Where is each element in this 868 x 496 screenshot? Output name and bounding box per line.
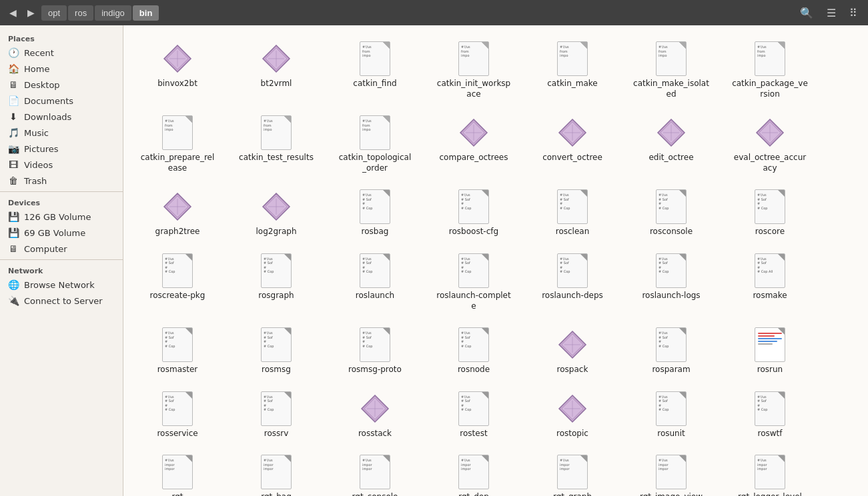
file-item[interactable]: #!/us # Sof # # Cop rossrv: [233, 386, 320, 445]
breadcrumb-opt[interactable]: opt: [41, 5, 67, 21]
file-item[interactable]: #!/us # Sof # # Cop roslaunch-complete: [430, 248, 517, 317]
file-item[interactable]: #!/us # Sof # # Cop rosnode: [430, 322, 517, 381]
file-item[interactable]: #!/us # Sof # # Cop roslaunch-deps: [529, 248, 616, 317]
sidebar-item-recent[interactable]: 🕐 Recent: [0, 45, 123, 61]
sidebar-divider-1: [0, 191, 123, 192]
sidebar-item-trash[interactable]: 🗑 Trash: [0, 173, 123, 189]
file-item[interactable]: #!/us from impo catkin_package_version: [727, 36, 813, 105]
file-item[interactable]: graph2tree: [134, 184, 221, 243]
file-item[interactable]: #!/us from impo catkin_topological_order: [332, 110, 418, 179]
file-item[interactable]: #!/us impor impor rqt: [134, 449, 221, 496]
menu-button[interactable]: ☰: [821, 4, 841, 22]
file-icon-container: #!/us # Sof # # Cop: [555, 253, 590, 288]
file-item[interactable]: binvox2bt: [134, 36, 221, 105]
file-name: edit_octree: [648, 153, 693, 163]
file-item[interactable]: #!/us # Sof # # Cop rosmsg: [233, 322, 320, 381]
file-item[interactable]: #!/us impor impor rqt_image_view: [628, 449, 715, 496]
sidebar-item-69gb[interactable]: 💾 69 GB Volume: [0, 225, 123, 241]
search-button[interactable]: 🔍: [795, 4, 819, 22]
script-file-icon: #!/us impor impor: [261, 455, 292, 489]
sidebar-item-pictures[interactable]: 📷 Pictures: [0, 141, 123, 157]
file-item[interactable]: #!/us # Sof # # Cop roswtf: [727, 386, 813, 445]
breadcrumb-bin[interactable]: bin: [133, 5, 159, 21]
file-item[interactable]: log2graph: [233, 184, 320, 243]
pictures-icon: 📷: [8, 143, 19, 154]
file-item[interactable]: #!/us # Sof # # Cop rosparam: [628, 322, 715, 381]
file-grid: binvox2bt bt2vrml #!/us from impo: [134, 36, 857, 496]
file-item[interactable]: convert_octree: [529, 110, 616, 179]
script-file-icon: #!/us # Sof # # Cop: [755, 391, 785, 426]
file-item[interactable]: #!/us # Sof # # Cop rosboost-cfg: [430, 184, 517, 243]
script-file-icon: #!/us impor impor: [162, 455, 193, 489]
file-item[interactable]: bt2vrml: [233, 36, 320, 105]
file-item[interactable]: #!/us impor impor rqt_console: [332, 449, 418, 496]
file-name: rosmake: [753, 291, 787, 301]
sidebar-item-connect-server[interactable]: 🔌 Connect to Server: [0, 293, 123, 309]
breadcrumb-ros[interactable]: ros: [68, 5, 93, 21]
diamond-file-icon: [163, 192, 192, 221]
file-item[interactable]: #!/us from impo catkin_init_workspace: [430, 36, 517, 105]
file-item[interactable]: compare_octrees: [430, 110, 517, 179]
sidebar-item-computer[interactable]: 🖥 Computer: [0, 241, 123, 257]
sidebar-item-desktop[interactable]: 🖥 Desktop: [0, 77, 123, 93]
script-file-icon: #!/us # Sof # # Cop: [458, 327, 489, 362]
forward-button[interactable]: ▶: [23, 5, 39, 21]
file-item[interactable]: #!/us # Sof # # Cop rosbag: [332, 184, 418, 243]
file-icon-container: [654, 115, 689, 150]
file-item[interactable]: #!/us # Sof # # Cop roslaunch: [332, 248, 418, 317]
file-item[interactable]: #!/us # Sof # # Cop roscreate-pkg: [134, 248, 221, 317]
diamond-file-icon: [558, 118, 587, 147]
diamond-file-icon: [558, 330, 587, 359]
file-item[interactable]: #!/us impor impor rqt_bag: [233, 449, 320, 496]
file-item[interactable]: #!/us # Sof # # Cop rostest: [430, 386, 517, 445]
file-icon-container: #!/us from impo: [753, 41, 787, 76]
file-icon-container: [555, 327, 590, 362]
sidebar-item-music[interactable]: 🎵 Music: [0, 125, 123, 141]
file-item[interactable]: #!/us # Sof # # Cop rosmsg-proto: [332, 322, 418, 381]
sidebar-item-videos[interactable]: 🎞 Videos: [0, 157, 123, 173]
file-item[interactable]: #!/us # Sof # # Cop rosservice: [134, 386, 221, 445]
grid-button[interactable]: ⠿: [844, 4, 863, 22]
file-item[interactable]: #!/us from impo catkin_find: [332, 36, 418, 105]
file-item[interactable]: #!/us from impo catkin_prepare_release: [134, 110, 221, 179]
file-item[interactable]: #!/us # Sof # # Cop rosgraph: [233, 248, 320, 317]
sidebar-label-videos: Videos: [24, 160, 53, 170]
file-item[interactable]: rospack: [529, 322, 616, 381]
file-item[interactable]: #!/us # Sof # # Cop rosmaster: [134, 322, 221, 381]
file-item[interactable]: edit_octree: [628, 110, 715, 179]
file-item[interactable]: #!/us # Sof # # Cop rosclean: [529, 184, 616, 243]
file-name: rosservice: [157, 429, 197, 439]
file-name: rossrv: [264, 429, 289, 439]
breadcrumb-indigo[interactable]: indigo: [95, 5, 131, 21]
file-item[interactable]: rostopic: [529, 386, 616, 445]
file-item[interactable]: #!/us # Sof # # Cop All rosmake: [727, 248, 813, 317]
file-item[interactable]: #!/us # Sof # # Cop roscore: [727, 184, 813, 243]
file-item[interactable]: #!/us from impo catkin_make: [529, 36, 616, 105]
sidebar-item-downloads[interactable]: ⬇ Downloads: [0, 109, 123, 125]
file-item[interactable]: #!/us from impo catkin_test_results: [233, 110, 320, 179]
script-file-icon: #!/us # Sof # # Cop: [162, 391, 193, 426]
file-name: rosmsg-proto: [348, 365, 402, 375]
videos-icon: 🎞: [8, 159, 19, 170]
sidebar-label-music: Music: [24, 128, 49, 138]
file-item[interactable]: #!/us from impo catkin_make_isolated: [628, 36, 715, 105]
sidebar-divider-2: [0, 259, 123, 260]
file-item[interactable]: #!/us # Sof # # Cop rosunit: [628, 386, 715, 445]
script-file-icon: #!/us impor impor: [755, 455, 785, 489]
file-item[interactable]: #!/us # Sof # # Cop roslaunch-logs: [628, 248, 715, 317]
sidebar-item-browse-network[interactable]: 🌐 Browse Network: [0, 277, 123, 293]
script-file-icon: #!/us # Sof # # Cop: [360, 327, 390, 362]
sidebar-item-126gb[interactable]: 💾 126 GB Volume: [0, 209, 123, 225]
file-item[interactable]: #!/us impor impor rqt_graph: [529, 449, 616, 496]
sidebar-item-home[interactable]: 🏠 Home: [0, 61, 123, 77]
sidebar-item-documents[interactable]: 📄 Documents: [0, 93, 123, 109]
file-item[interactable]: #!/us impor impor rqt_logger_level: [727, 449, 813, 496]
file-icon-container: #!/us # Sof # # Cop: [358, 327, 392, 362]
back-button[interactable]: ◀: [5, 5, 21, 21]
file-item[interactable]: rosstack: [332, 386, 418, 445]
file-name: eval_octree_accuracy: [732, 153, 808, 173]
file-item[interactable]: #!/us impor impor rqt_dep: [430, 449, 517, 496]
file-item[interactable]: #!/us # Sof # # Cop rosconsole: [628, 184, 715, 243]
file-item[interactable]: rosrun: [727, 322, 813, 381]
file-item[interactable]: eval_octree_accuracy: [727, 110, 813, 179]
